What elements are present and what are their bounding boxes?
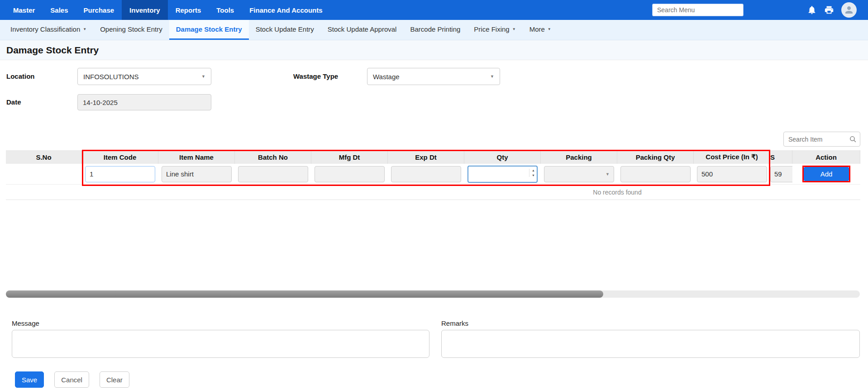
packing-select[interactable]: ▼ bbox=[544, 166, 614, 182]
save-button[interactable]: Save bbox=[15, 371, 44, 388]
column-header-qty: Qty bbox=[464, 150, 541, 164]
exp-dt-input[interactable] bbox=[391, 166, 461, 182]
column-header-batch-no: Batch No bbox=[235, 150, 311, 164]
nav-item-purchase[interactable]: Purchase bbox=[76, 0, 122, 20]
item-entry-row: ▲ ▼ ▼ Add bbox=[6, 164, 860, 185]
item-name-cell bbox=[158, 164, 235, 184]
item-name-input[interactable] bbox=[162, 166, 232, 182]
spinner-down-icon[interactable]: ▼ bbox=[532, 174, 535, 177]
tab-label: More bbox=[529, 25, 545, 33]
column-header-cost-price: Cost Price (In ₹) bbox=[694, 150, 770, 164]
location-select[interactable]: INFOSOLUTIONS ▼ bbox=[77, 68, 211, 85]
location-label: Location bbox=[6, 72, 35, 80]
message-label: Message bbox=[12, 319, 429, 327]
packing-cell: ▼ bbox=[541, 164, 617, 184]
printer-icon[interactable] bbox=[824, 5, 834, 15]
horizontal-scrollbar-track[interactable] bbox=[6, 290, 860, 298]
top-navigation-bar: Master Sales Purchase Inventory Reports … bbox=[0, 0, 868, 20]
footer-forms: Message Remarks bbox=[12, 319, 868, 360]
column-header-clipped: S bbox=[770, 150, 792, 164]
chevron-down-icon: ▼ bbox=[548, 27, 551, 31]
tab-inventory-classification[interactable]: Inventory Classification ▼ bbox=[4, 20, 93, 40]
chevron-down-icon: ▼ bbox=[606, 172, 610, 176]
message-textarea[interactable] bbox=[12, 330, 429, 358]
chevron-down-icon: ▼ bbox=[83, 27, 86, 31]
chevron-down-icon: ▼ bbox=[512, 27, 516, 31]
user-avatar[interactable] bbox=[841, 2, 857, 18]
page-title: Damage Stock Entry bbox=[6, 45, 99, 56]
tab-label: Inventory Classification bbox=[10, 25, 80, 33]
nav-item-master[interactable]: Master bbox=[5, 0, 43, 20]
exp-dt-cell bbox=[388, 164, 464, 184]
date-label: Date bbox=[6, 98, 21, 106]
no-records-row: No records found bbox=[6, 185, 860, 200]
qty-cell: ▲ ▼ bbox=[464, 164, 541, 184]
item-entry-table-section: S.No Item Code Item Name Batch No Mfg Dt… bbox=[6, 132, 860, 200]
column-header-item-name: Item Name bbox=[158, 150, 235, 164]
search-menu-input[interactable] bbox=[652, 4, 744, 16]
tab-opening-stock-entry[interactable]: Opening Stock Entry bbox=[93, 20, 169, 40]
tab-label: Opening Stock Entry bbox=[100, 25, 162, 33]
tab-label: Barcode Printing bbox=[410, 25, 460, 33]
page-title-bar: Damage Stock Entry bbox=[0, 40, 868, 60]
action-cell: Add bbox=[792, 164, 860, 184]
mfg-dt-cell bbox=[311, 164, 388, 184]
tab-damage-stock-entry[interactable]: Damage Stock Entry bbox=[169, 20, 249, 40]
column-header-mfg-dt: Mfg Dt bbox=[311, 150, 388, 164]
grid-header-row: S.No Item Code Item Name Batch No Mfg Dt… bbox=[6, 150, 860, 164]
tab-barcode-printing[interactable]: Barcode Printing bbox=[403, 20, 467, 40]
remarks-textarea[interactable] bbox=[441, 330, 860, 358]
sno-cell bbox=[6, 164, 82, 184]
tab-label: Damage Stock Entry bbox=[176, 25, 242, 33]
tab-label: Price Fixing bbox=[474, 25, 509, 33]
item-code-input[interactable] bbox=[85, 166, 155, 182]
notification-bell-icon[interactable] bbox=[807, 5, 817, 15]
tab-label: Stock Update Entry bbox=[256, 25, 314, 33]
cost-price-cell bbox=[694, 164, 770, 184]
clipped-column-input[interactable] bbox=[770, 166, 792, 182]
inventory-sub-navigation: Inventory Classification ▼ Opening Stock… bbox=[0, 20, 868, 40]
date-field[interactable] bbox=[77, 94, 211, 110]
wastage-type-label: Wastage Type bbox=[293, 72, 338, 80]
batch-no-cell bbox=[235, 164, 311, 184]
column-header-sno: S.No bbox=[6, 150, 82, 164]
packing-qty-cell bbox=[617, 164, 694, 184]
tab-more[interactable]: More ▼ bbox=[523, 20, 558, 40]
damage-entry-form: Location INFOSOLUTIONS ▼ Wastage Type Wa… bbox=[0, 60, 868, 128]
nav-item-finance-and-accounts[interactable]: Finance And Accounts bbox=[242, 0, 330, 20]
clipped-column-cell bbox=[770, 164, 792, 184]
qty-input[interactable] bbox=[467, 166, 538, 183]
tab-stock-update-approval[interactable]: Stock Update Approval bbox=[321, 20, 404, 40]
nav-item-reports[interactable]: Reports bbox=[168, 0, 209, 20]
qty-stepper[interactable]: ▲ ▼ bbox=[529, 169, 535, 177]
column-header-packing: Packing bbox=[541, 150, 617, 164]
location-selected-value: INFOSOLUTIONS bbox=[83, 73, 139, 81]
nav-item-inventory[interactable]: Inventory bbox=[122, 0, 168, 20]
tab-label: Stock Update Approval bbox=[328, 25, 397, 33]
tab-stock-update-entry[interactable]: Stock Update Entry bbox=[249, 20, 321, 40]
add-button-highlight-border: Add bbox=[802, 166, 850, 182]
no-records-text: No records found bbox=[593, 189, 641, 196]
spinner-up-icon[interactable]: ▲ bbox=[532, 169, 535, 172]
column-header-item-code: Item Code bbox=[82, 150, 158, 164]
packing-qty-input[interactable] bbox=[620, 166, 691, 182]
horizontal-scrollbar-thumb[interactable] bbox=[6, 290, 603, 298]
chevron-down-icon: ▼ bbox=[490, 74, 494, 79]
wastage-type-select[interactable]: Wastage ▼ bbox=[367, 68, 500, 85]
remarks-field-group: Remarks bbox=[441, 319, 860, 360]
cancel-button[interactable]: Cancel bbox=[54, 371, 89, 388]
nav-item-tools[interactable]: Tools bbox=[209, 0, 242, 20]
mfg-dt-input[interactable] bbox=[315, 166, 385, 182]
remarks-label: Remarks bbox=[441, 319, 860, 327]
nav-item-sales[interactable]: Sales bbox=[43, 0, 76, 20]
message-field-group: Message bbox=[12, 319, 429, 360]
add-button[interactable]: Add bbox=[804, 167, 849, 181]
cost-price-input[interactable] bbox=[697, 166, 767, 182]
wastage-type-selected-value: Wastage bbox=[373, 73, 400, 81]
item-entry-grid: S.No Item Code Item Name Batch No Mfg Dt… bbox=[6, 150, 860, 200]
item-search-row bbox=[6, 132, 860, 147]
footer-action-buttons: Save Cancel Clear bbox=[15, 371, 868, 388]
tab-price-fixing[interactable]: Price Fixing ▼ bbox=[467, 20, 522, 40]
clear-button[interactable]: Clear bbox=[100, 371, 129, 388]
batch-no-input[interactable] bbox=[238, 166, 308, 182]
